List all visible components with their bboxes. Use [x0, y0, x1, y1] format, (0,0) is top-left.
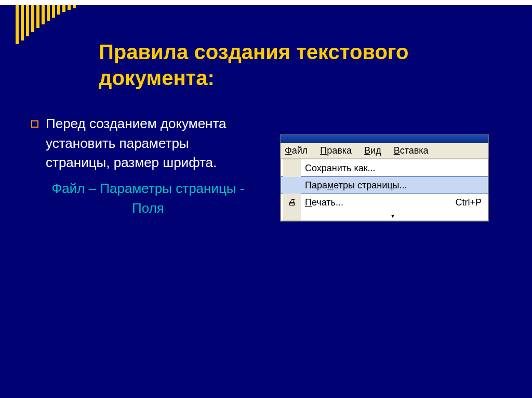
- shortcut-text: Ctrl+P: [455, 197, 482, 208]
- slide-title: Правила создания текстового документа:: [99, 39, 501, 91]
- menu-item-print[interactable]: 🖨 Печать... Ctrl+P: [281, 194, 488, 211]
- printer-icon: 🖨: [283, 194, 301, 211]
- menu-expand[interactable]: ▾: [281, 211, 488, 221]
- menu-item-page-setup[interactable]: Параметры страницы...: [281, 176, 488, 194]
- file-dropdown: Сохранить как... Параметры страницы... 🖨…: [281, 159, 488, 221]
- bullet-item: Перед созданием документа установить пар…: [31, 114, 249, 173]
- decor-bars: [16, 5, 76, 44]
- blank-icon: [283, 176, 301, 194]
- sub-text: Файл – Параметры страницы - Поля: [31, 179, 249, 218]
- save-as-text: Сохранить как...: [305, 163, 376, 173]
- chevron-down-icon: ▾: [305, 211, 482, 221]
- menu-item-label: Сохранить как...: [305, 163, 482, 174]
- window-titlebar: [281, 135, 488, 143]
- menu-item-label: Параметры страницы...: [305, 180, 482, 191]
- menu-item-label: Печать...: [305, 197, 455, 208]
- bullet-text: Перед созданием документа установить пар…: [46, 114, 249, 173]
- title-line-1: Правила создания текстового: [99, 40, 408, 63]
- blank-icon: [283, 159, 301, 177]
- menu-file[interactable]: Файл: [285, 145, 308, 156]
- title-line-2: документа:: [99, 66, 215, 89]
- menubar: Файл Правка Вид Вставка: [281, 143, 488, 159]
- menu-insert[interactable]: Вставка: [394, 145, 429, 156]
- slide-top-border: [0, 0, 532, 5]
- menu-view[interactable]: Вид: [364, 145, 381, 156]
- page-setup-text: Параметры страницы...: [305, 180, 407, 190]
- slide-body: Перед созданием документа установить пар…: [31, 114, 249, 218]
- menu-item-save-as[interactable]: Сохранить как...: [281, 159, 488, 177]
- bullet-square-icon: [31, 120, 38, 128]
- blank-icon: [283, 211, 301, 221]
- embedded-word-window: Файл Правка Вид Вставка Сохранить как...…: [281, 135, 488, 221]
- menu-edit[interactable]: Правка: [320, 145, 352, 156]
- print-text: Печать...: [305, 197, 343, 208]
